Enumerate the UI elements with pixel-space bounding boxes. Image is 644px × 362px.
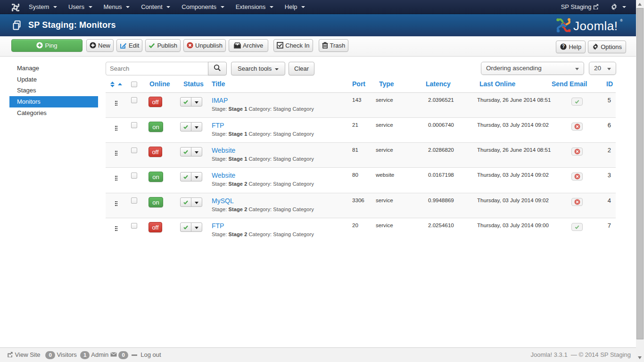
svg-text:?: ? xyxy=(562,44,565,49)
svg-text:®: ® xyxy=(620,18,623,23)
svg-text:Joomla!: Joomla! xyxy=(573,19,618,33)
